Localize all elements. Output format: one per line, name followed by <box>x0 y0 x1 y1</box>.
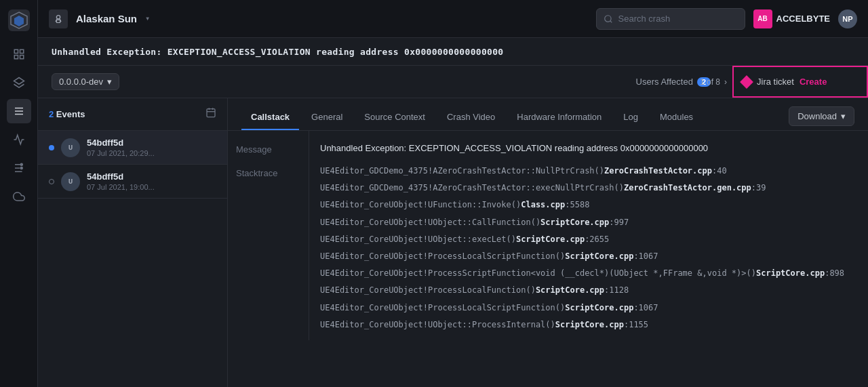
crash-title: Unhandled Exception: EXCEPTION_ACCESS_VI… <box>52 47 503 57</box>
jira-label: Jira ticket <box>757 77 794 87</box>
stack-line: :1067 <box>633 250 658 263</box>
callstack-sections: Message Stacktrace Unhandled Exception: … <box>228 131 868 340</box>
sidebar <box>0 0 38 387</box>
event-item[interactable]: U 54bdff5d 07 Jul 2021, 20:29... <box>38 131 227 165</box>
app-icon <box>49 9 68 28</box>
accelbyte-logo: AB ACCELBYTE <box>753 9 830 28</box>
stack-entry: UE4Editor_CoreUObject!ProcessLocalFuncti… <box>320 282 857 299</box>
stack-entry: UE4Editor_CoreUObject!ProcessScriptFunct… <box>320 265 857 282</box>
event-item[interactable]: U 54bdff5d 07 Jul 2021, 19:00... <box>38 165 227 199</box>
events-panel: 2 Events U 54bdff5d 07 Jul 2021, 20:29..… <box>38 98 228 387</box>
tab-hardware[interactable]: Hardware Information <box>507 105 611 130</box>
svg-rect-3 <box>14 49 18 53</box>
download-button[interactable]: Download ▾ <box>789 106 854 126</box>
stack-func: UE4Editor_CoreUObject!ProcessLocalScript… <box>320 250 565 263</box>
stack-func: UE4Editor_CoreUObject!UObject::ProcessIn… <box>320 319 555 331</box>
stack-line: :1128 <box>604 284 629 297</box>
stack-func: UE4Editor_CoreUObject!ProcessLocalFuncti… <box>320 284 536 297</box>
ab-icon: AB <box>753 9 772 28</box>
calendar-icon[interactable] <box>205 107 216 121</box>
event-date: 07 Jul 2021, 20:29... <box>87 149 155 157</box>
accelbyte-label: ACCELBYTE <box>776 14 830 24</box>
callstack-main: Unhandled Exception: EXCEPTION_ACCESS_VI… <box>309 131 868 340</box>
svg-rect-17 <box>56 20 60 22</box>
project-name: Alaskan Sun <box>76 13 137 24</box>
event-info: 54bdff5d 07 Jul 2021, 19:00... <box>87 171 155 191</box>
svg-rect-4 <box>20 49 23 53</box>
stack-line: :39 <box>751 182 766 195</box>
jira-create-button[interactable]: Create <box>800 77 827 87</box>
crash-header: Unhandled Exception: EXCEPTION_ACCESS_VI… <box>38 38 868 66</box>
stack-func: UE4Editor_CoreUObject!UObject::execLet() <box>320 233 516 246</box>
stack-file: ScriptCore.cpp <box>536 284 604 297</box>
stack-func: UE4Editor_GDCDemo_4375!AZeroCrashTestAct… <box>320 182 624 195</box>
tab-general[interactable]: General <box>302 105 352 130</box>
jira-panel: Jira ticket Create <box>732 66 868 98</box>
svg-point-16 <box>56 15 60 18</box>
event-id: 54bdff5d <box>87 138 155 148</box>
events-header: 2 Events <box>38 98 227 131</box>
stack-file: ScriptCore.cpp <box>756 267 825 280</box>
sidebar-item-cloud[interactable] <box>7 184 31 209</box>
sidebar-item-home[interactable] <box>7 42 31 66</box>
topbar: Alaskan Sun ▾ Search crash AB ACCELBYTE … <box>38 0 868 38</box>
version-label: 0.0.0.0-dev <box>59 77 103 87</box>
version-chevron-icon: ▾ <box>107 77 112 87</box>
stack-entry: UE4Editor_CoreUObject!UFunction::Invoke(… <box>320 197 857 213</box>
download-chevron-icon: ▾ <box>841 111 846 121</box>
svg-point-14 <box>20 163 22 165</box>
sidebar-item-crashes[interactable] <box>7 99 31 123</box>
svg-rect-22 <box>207 109 215 117</box>
stack-line: :997 <box>609 216 629 229</box>
stack-entry: UE4Editor_GDCDemo_4375!AZeroCrashTestAct… <box>320 163 857 180</box>
svg-point-15 <box>20 167 22 169</box>
stack-entry: UE4Editor_CoreUObject!UObject::ProcessIn… <box>320 317 857 333</box>
tab-log[interactable]: Log <box>614 105 648 130</box>
stack-file: ScriptCore.cpp <box>555 319 624 331</box>
svg-rect-5 <box>14 56 18 59</box>
events-count-number: 2 <box>49 109 54 119</box>
tab-callstack[interactable]: Callstack <box>241 105 299 130</box>
nav-next-icon[interactable]: › <box>724 77 727 87</box>
unreal-icon: U <box>61 172 80 191</box>
main-content: Alaskan Sun ▾ Search crash AB ACCELBYTE … <box>38 0 868 387</box>
sidebar-item-settings[interactable] <box>7 156 31 180</box>
crash-details: Callstack General Source Context Crash V… <box>228 98 868 387</box>
event-id: 54bdff5d <box>87 171 155 182</box>
stack-entry: UE4Editor_CoreUObject!ProcessLocalScript… <box>320 300 857 317</box>
unreal-icon: U <box>61 138 80 157</box>
sidebar-item-analytics[interactable] <box>7 127 31 152</box>
search-box[interactable]: Search crash <box>596 8 745 30</box>
sidebar-item-message[interactable]: Message <box>236 142 300 157</box>
stack-entry: UE4Editor_CoreUObject!ProcessLocalScript… <box>320 248 857 265</box>
tabs-bar: Callstack General Source Context Crash V… <box>228 98 868 131</box>
jira-diamond-icon <box>740 75 753 89</box>
callstack-sidebar: Message Stacktrace <box>228 131 309 340</box>
svg-marker-7 <box>14 78 24 85</box>
user-avatar[interactable]: NP <box>838 9 857 28</box>
pagination: 1 of 8 › <box>700 66 732 98</box>
stack-line: :1067 <box>633 302 658 314</box>
stack-entry: UE4Editor_CoreUObject!UObject::execLet()… <box>320 231 857 248</box>
sidebar-item-stacktrace[interactable]: Stacktrace <box>236 165 300 181</box>
event-dot <box>49 145 54 150</box>
project-chevron-icon[interactable]: ▾ <box>145 14 150 24</box>
stack-func: UE4Editor_CoreUObject!ProcessLocalScript… <box>320 302 565 314</box>
stack-func: UE4Editor_CoreUObject!ProcessScriptFunct… <box>320 267 756 280</box>
tab-crash-video[interactable]: Crash Video <box>437 105 505 130</box>
stack-entry: UE4Editor_GDCDemo_4375!AZeroCrashTestAct… <box>320 180 857 197</box>
stack-file: ZeroCrashTestActor.cpp <box>604 165 712 178</box>
sidebar-item-layers[interactable] <box>7 70 31 95</box>
sidebar-logo <box>7 8 31 33</box>
stack-line: :898 <box>825 267 844 280</box>
stack-func: UE4Editor_GDCDemo_4375!AZeroCrashTestAct… <box>320 165 604 178</box>
svg-rect-6 <box>20 56 23 59</box>
tab-source-context[interactable]: Source Context <box>355 105 435 130</box>
stack-line: :1155 <box>624 319 648 331</box>
tab-modules[interactable]: Modules <box>650 105 703 130</box>
stack-file: ScriptCore.cpp <box>565 250 633 263</box>
stack-file: ScriptCore.cpp <box>516 233 585 246</box>
version-selector[interactable]: 0.0.0.0-dev ▾ <box>52 73 119 90</box>
pagination-text: 1 of 8 <box>700 77 720 87</box>
svg-point-20 <box>604 15 610 21</box>
